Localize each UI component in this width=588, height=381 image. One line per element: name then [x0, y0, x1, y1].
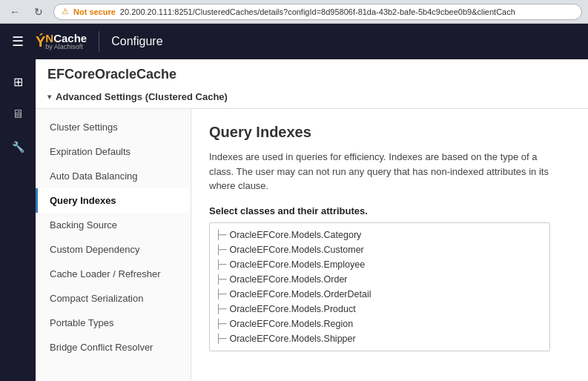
tree-item-label: OracleEFCore.Models.Region — [229, 319, 353, 329]
app-logo: Ý NCache by Alachisoft — [36, 33, 87, 50]
tree-item-label: OracleEFCore.Models.Category — [229, 230, 361, 240]
tree-branch-icon: ├─ — [216, 334, 226, 344]
query-panel: Query Indexes Indexes are used in querie… — [191, 109, 588, 381]
nav-item-cluster-settings[interactable]: Cluster Settings — [36, 115, 191, 139]
sidebar-icon-grid[interactable]: ⊞ — [4, 68, 31, 95]
tree-branch-icon: ├─ — [216, 319, 226, 329]
advanced-settings-label: Advanced Settings (Clustered Cache) — [56, 91, 228, 102]
tree-item[interactable]: ├─OracleEFCore.Models.Shipper — [216, 331, 544, 346]
tree-branch-icon: ├─ — [216, 289, 226, 299]
app-header: ☰ Ý NCache by Alachisoft Configure — [0, 24, 588, 59]
app-layout: ⊞ 🖥 🔧 EFCoreOracleCache ▾ Advanced Setti… — [0, 59, 588, 381]
address-bar[interactable]: ⚠ Not secure 20.200.20.111:8251/Clustere… — [53, 4, 582, 20]
chevron-icon: ▾ — [47, 93, 51, 101]
advanced-settings-bar: ▾ Advanced Settings (Clustered Cache) — [47, 87, 576, 105]
content-area: Cluster SettingsExpiration DefaultsAuto … — [36, 109, 588, 381]
tree-item[interactable]: ├─OracleEFCore.Models.OrderDetail — [216, 287, 544, 302]
nav-sidebar: Cluster SettingsExpiration DefaultsAuto … — [36, 109, 191, 381]
nav-item-query-indexes[interactable]: Query Indexes — [36, 188, 191, 213]
select-classes-label: Select classes and their attributes. — [209, 205, 570, 216]
page-header: EFCoreOracleCache ▾ Advanced Settings (C… — [36, 59, 588, 109]
tree-item-label: OracleEFCore.Models.Employee — [229, 259, 365, 270]
tree-item[interactable]: ├─OracleEFCore.Models.Customer — [216, 242, 544, 257]
header-title: Configure — [111, 35, 162, 48]
sidebar-icon-monitor[interactable]: 🖥 — [4, 101, 31, 127]
logo-sub: by Alachisoft — [45, 44, 87, 50]
icon-sidebar: ⊞ 🖥 🔧 — [0, 59, 36, 381]
tree-item-label: OracleEFCore.Models.OrderDetail — [229, 289, 371, 299]
tree-branch-icon: ├─ — [216, 245, 226, 255]
tree-item[interactable]: ├─OracleEFCore.Models.Order — [216, 272, 544, 287]
logo-y-icon: Ý — [36, 33, 45, 50]
browser-bar: ← ↻ ⚠ Not secure 20.200.20.111:8251/Clus… — [0, 0, 588, 24]
nav-item-custom-dependency[interactable]: Custom Dependency — [36, 237, 191, 262]
tree-item-label: OracleEFCore.Models.Order — [229, 274, 347, 285]
tree-item-label: OracleEFCore.Models.Customer — [229, 245, 363, 255]
tree-branch-icon: ├─ — [216, 304, 226, 314]
security-label: Not secure — [73, 7, 116, 16]
header-divider — [99, 31, 99, 52]
nav-item-compact-serialization[interactable]: Compact Serialization — [36, 286, 191, 311]
nav-item-portable-types[interactable]: Portable Types — [36, 311, 191, 335]
nav-item-cache-loader-refresher[interactable]: Cache Loader / Refresher — [36, 262, 191, 286]
tree-item[interactable]: ├─OracleEFCore.Models.Region — [216, 317, 544, 331]
page-title: EFCoreOracleCache — [47, 67, 576, 82]
tree-item-label: OracleEFCore.Models.Product — [229, 304, 355, 314]
nav-item-backing-source[interactable]: Backing Source — [36, 213, 191, 237]
query-description: Indexes are used in queries for efficien… — [209, 150, 550, 193]
back-button[interactable]: ← — [6, 3, 24, 21]
hamburger-button[interactable]: ☰ — [9, 32, 27, 51]
tree-item[interactable]: ├─OracleEFCore.Models.Product — [216, 302, 544, 317]
lock-icon: ⚠ — [62, 7, 69, 16]
nav-item-expiration-defaults[interactable]: Expiration Defaults — [36, 139, 191, 164]
tree-container: ├─OracleEFCore.Models.Category├─OracleEF… — [209, 222, 550, 351]
query-panel-title: Query Indexes — [209, 124, 570, 141]
tree-item[interactable]: ├─OracleEFCore.Models.Employee — [216, 257, 544, 272]
tree-branch-icon: ├─ — [216, 259, 226, 270]
nav-item-bridge-conflict-resolver[interactable]: Bridge Conflict Resolver — [36, 335, 191, 360]
refresh-button[interactable]: ↻ — [30, 3, 47, 21]
tree-item-label: OracleEFCore.Models.Shipper — [229, 334, 355, 344]
nav-item-auto-data-balancing[interactable]: Auto Data Balancing — [36, 164, 191, 188]
address-text: 20.200.20.111:8251/ClusteredCaches/detai… — [120, 7, 515, 16]
tree-branch-icon: ├─ — [216, 230, 226, 240]
main-content: EFCoreOracleCache ▾ Advanced Settings (C… — [36, 59, 588, 381]
sidebar-icon-wrench[interactable]: 🔧 — [4, 133, 31, 160]
tree-branch-icon: ├─ — [216, 274, 226, 285]
tree-item[interactable]: ├─OracleEFCore.Models.Category — [216, 228, 544, 242]
